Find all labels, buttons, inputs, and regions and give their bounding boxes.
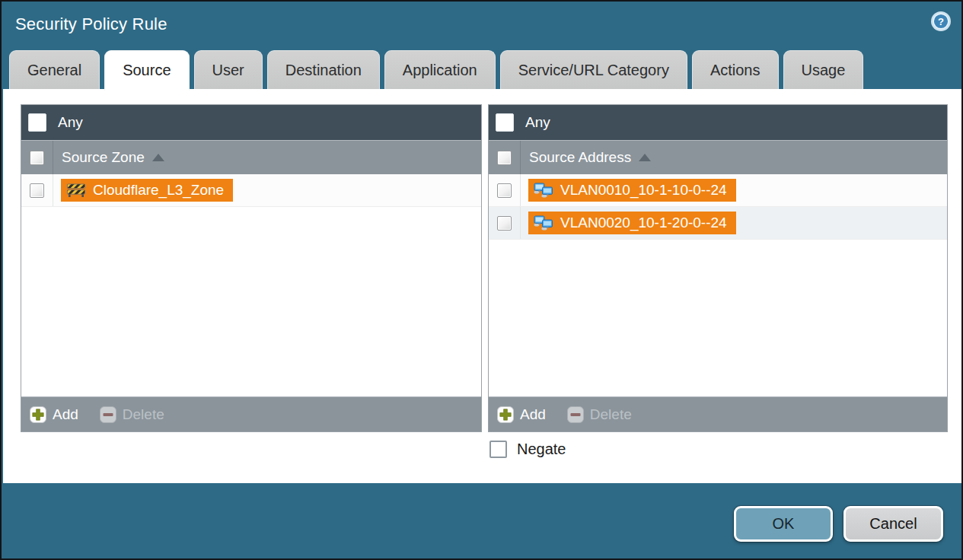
row-checkbox[interactable] bbox=[497, 216, 512, 231]
source-address-any-bar: Any bbox=[489, 105, 947, 140]
add-label: Add bbox=[520, 406, 546, 423]
title-bar: Security Policy Rule ? bbox=[2, 2, 961, 49]
address-name: VLAN0020_10-1-20-0--24 bbox=[560, 215, 727, 231]
address-tag[interactable]: VLAN0010_10-1-10-0--24 bbox=[528, 179, 736, 202]
add-button[interactable]: Add bbox=[30, 406, 78, 423]
source-address-panel: Any Source Address bbox=[488, 104, 948, 432]
dialog-title: Security Policy Rule bbox=[15, 14, 167, 34]
delete-icon bbox=[100, 406, 116, 423]
delete-button[interactable]: Delete bbox=[100, 406, 164, 423]
sort-ascending-icon bbox=[639, 154, 651, 161]
address-tag[interactable]: VLAN0020_10-1-20-0--24 bbox=[528, 212, 736, 234]
add-button[interactable]: Add bbox=[497, 406, 546, 423]
delete-label: Delete bbox=[590, 406, 632, 423]
add-icon bbox=[30, 406, 46, 423]
delete-button[interactable]: Delete bbox=[567, 406, 632, 423]
sort-ascending-icon bbox=[152, 154, 164, 161]
source-zone-column-label: Source Zone bbox=[62, 149, 145, 166]
cancel-button[interactable]: Cancel bbox=[843, 506, 943, 542]
source-tab-content: Any Source Zone bbox=[3, 89, 963, 483]
tab-bar: General Source User Destination Applicat… bbox=[9, 50, 863, 91]
negate-row: Negate bbox=[489, 441, 566, 458]
tab-usage[interactable]: Usage bbox=[783, 50, 864, 89]
ok-button[interactable]: OK bbox=[734, 506, 833, 542]
security-policy-rule-dialog: Security Policy Rule ? General Source Us… bbox=[0, 0, 963, 560]
address-icon bbox=[534, 215, 553, 231]
row-checkbox[interactable] bbox=[497, 183, 512, 198]
source-address-any-checkbox[interactable] bbox=[496, 113, 514, 132]
tab-destination[interactable]: Destination bbox=[267, 50, 380, 89]
delete-label: Delete bbox=[123, 406, 164, 423]
source-zone-any-bar: Any bbox=[21, 105, 481, 140]
row-checkbox[interactable] bbox=[30, 183, 44, 198]
help-icon[interactable]: ? bbox=[930, 11, 952, 32]
source-zone-toolbar: Add Delete bbox=[21, 396, 481, 431]
tab-user[interactable]: User bbox=[194, 50, 263, 89]
zone-tag[interactable]: Cloudflare_L3_Zone bbox=[61, 179, 233, 202]
source-address-column-header[interactable]: Source Address bbox=[489, 140, 947, 174]
source-address-select-all-checkbox[interactable] bbox=[497, 151, 512, 165]
source-zone-panel: Any Source Zone bbox=[21, 104, 482, 432]
zone-icon bbox=[66, 183, 86, 198]
address-name: VLAN0010_10-1-10-0--24 bbox=[560, 182, 727, 199]
delete-icon bbox=[567, 406, 584, 423]
table-row[interactable]: Cloudflare_L3_Zone bbox=[21, 174, 481, 207]
address-icon bbox=[534, 183, 553, 198]
source-address-any-label: Any bbox=[525, 114, 550, 131]
tab-application[interactable]: Application bbox=[384, 50, 496, 89]
svg-text:?: ? bbox=[938, 16, 944, 27]
source-zone-list: Cloudflare_L3_Zone bbox=[21, 174, 481, 396]
zone-name: Cloudflare_L3_Zone bbox=[93, 182, 224, 199]
table-row[interactable]: VLAN0020_10-1-20-0--24 bbox=[489, 207, 947, 240]
source-address-list: VLAN0010_10-1-10-0--24 bbox=[489, 174, 947, 396]
tab-general[interactable]: General bbox=[9, 50, 100, 89]
negate-label: Negate bbox=[517, 441, 566, 458]
add-label: Add bbox=[53, 406, 78, 423]
table-row[interactable]: VLAN0010_10-1-10-0--24 bbox=[489, 174, 947, 207]
negate-checkbox[interactable] bbox=[489, 441, 507, 458]
source-zone-any-label: Any bbox=[58, 114, 83, 131]
source-zone-select-all-checkbox[interactable] bbox=[30, 151, 44, 165]
tab-source[interactable]: Source bbox=[104, 50, 189, 91]
source-address-toolbar: Add Delete bbox=[489, 396, 947, 431]
add-icon bbox=[497, 406, 514, 423]
source-zone-column-header[interactable]: Source Zone bbox=[21, 140, 481, 174]
source-zone-any-checkbox[interactable] bbox=[28, 113, 46, 132]
tab-service-url-category[interactable]: Service/URL Category bbox=[500, 50, 687, 89]
tab-actions[interactable]: Actions bbox=[692, 50, 779, 89]
source-address-column-label: Source Address bbox=[529, 149, 631, 166]
